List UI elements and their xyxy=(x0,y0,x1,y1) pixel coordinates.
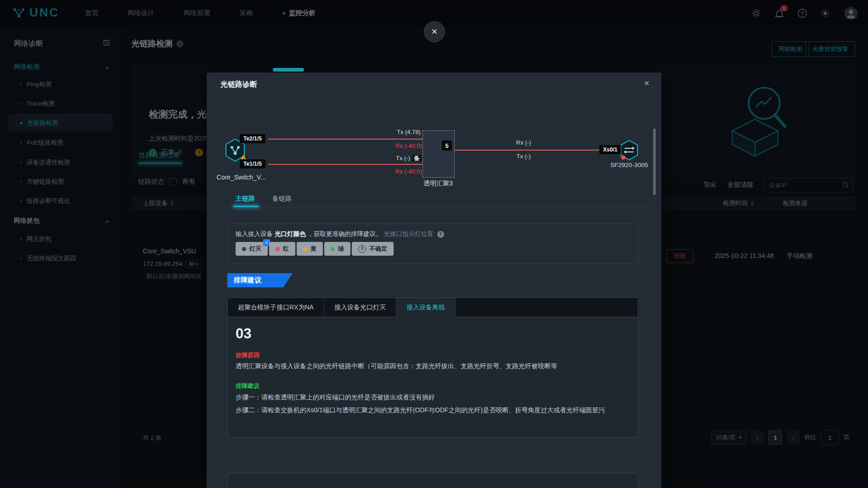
aggregation-port-badge: 5 xyxy=(442,140,452,151)
port-light-legend: 输入接入设备 光口灯颜色 ，获取更准确的排障建议。 光接口指示灯位置 ? 灯灭 … xyxy=(227,224,638,264)
light-option-off[interactable]: 灯灭 ✓ xyxy=(236,242,268,256)
right-device-name[interactable]: SF2920-3005 xyxy=(595,162,661,168)
question-icon: ? xyxy=(358,245,366,253)
light-option-red[interactable]: 红 xyxy=(269,242,295,256)
advice-label: 排障建议 xyxy=(236,382,259,390)
indicator-position-link[interactable]: 光接口指示灯位置 xyxy=(384,230,434,238)
tab-main-link[interactable]: 主链路 xyxy=(236,195,255,203)
left-device-name[interactable]: Core_Switch_V... xyxy=(209,174,273,181)
close-icon: × xyxy=(432,26,438,38)
modal-scrollbar[interactable] xyxy=(653,129,656,195)
port-label-te2-1-5: Te2/1/5 xyxy=(240,134,265,143)
middle-device-name[interactable]: 透明汇聚3 xyxy=(411,179,466,188)
fault-status-dot xyxy=(621,155,626,160)
suggestion-number: 03 xyxy=(236,325,251,342)
suggestion-tab-device-offline[interactable]: 接入设备离线 xyxy=(396,298,456,317)
link-tabs-divider xyxy=(220,208,648,208)
fiber-link-main xyxy=(268,139,423,140)
port-label-te1-1-5: Te1/1/5 xyxy=(240,159,265,168)
suggestion-panel: 超聚合模块子接口RX为NA 接入设备光口灯灭 接入设备离线 03 故障原因 透明… xyxy=(227,297,638,438)
suggestion-tabs: 超聚合模块子接口RX为NA 接入设备光口灯灭 接入设备离线 xyxy=(228,298,638,317)
light-option-unknown[interactable]: ? 不确定 xyxy=(352,242,394,256)
optical-link-diagnosis-modal: 光链路诊断 × ! Te2/1/5 Te1/1/5 Core_Switch_V.… xyxy=(207,73,661,488)
backup-tag: 备 xyxy=(412,155,422,162)
green-dot-icon xyxy=(331,247,335,251)
tab-backup-link[interactable]: 备链路 xyxy=(272,195,292,203)
light-option-yellow[interactable]: 黄 xyxy=(297,242,323,256)
off-dot xyxy=(242,247,246,251)
modal-title: 光链路诊断 xyxy=(220,80,257,90)
fault-cause-label: 故障原因 xyxy=(236,351,259,359)
modal-close-icon[interactable]: × xyxy=(644,78,649,89)
fault-cause-text: 透明汇聚设备与接入设备之间的光纤链路中断（可能原因包含：支路光纤拔出、支路光纤折… xyxy=(236,362,626,370)
troubleshoot-ribbon: 排障建议 xyxy=(227,273,293,287)
suggestion-tab-rx-na[interactable]: 超聚合模块子接口RX为NA xyxy=(228,298,324,317)
right-rx-label: Rx (-) xyxy=(505,139,542,146)
port-label-xs0-1: Xs0/1 xyxy=(599,145,621,154)
legend-tip: 输入接入设备 光口灯颜色 ，获取更准确的排障建议。 光接口指示灯位置 ? xyxy=(236,230,444,238)
fiber-link-backup xyxy=(268,164,423,165)
yellow-dot-icon xyxy=(303,247,307,251)
link-tab-underline xyxy=(233,206,259,207)
advice-step-2: 步骤二：请检查交换机的Xs0/1端口与透明汇聚之间的支路光纤(ODF与ODF之间… xyxy=(236,406,626,415)
right-tx-label: Tx (-) xyxy=(505,153,542,160)
aggregation-node-box[interactable] xyxy=(423,130,455,178)
modal-top-indicator xyxy=(273,68,304,72)
next-section-partial xyxy=(227,473,638,488)
light-color-options: 灯灭 ✓ 红 黄 绿 ? 不确定 xyxy=(236,242,394,256)
red-dot-icon xyxy=(276,247,280,251)
suggestion-tab-light-off[interactable]: 接入设备光口灯灭 xyxy=(324,298,396,317)
advice-step-1: 步骤一：请检查透明汇聚上的对应端口的光纤是否被拔出或者没有插好 xyxy=(236,393,626,402)
question-icon[interactable]: ? xyxy=(437,231,444,238)
light-option-green[interactable]: 绿 xyxy=(324,242,350,256)
overlay-close-button[interactable]: × xyxy=(424,21,445,42)
fiber-link-right xyxy=(454,150,601,151)
